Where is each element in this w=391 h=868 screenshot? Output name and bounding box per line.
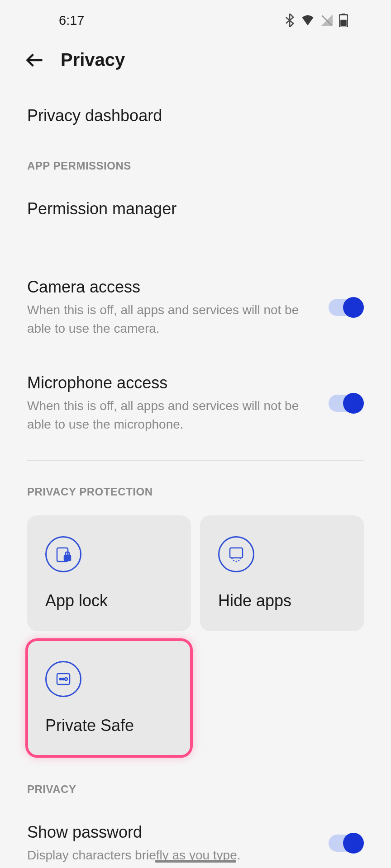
- permission-manager-title: Permission manager: [27, 198, 355, 220]
- card-grid: App lock Hide apps Private S: [27, 515, 364, 756]
- hide-apps-card[interactable]: Hide apps: [200, 515, 364, 631]
- camera-access-subtitle: When this is off, all apps and services …: [27, 301, 319, 338]
- section-app-permissions: APP PERMISSIONS: [27, 144, 364, 181]
- private-safe-card[interactable]: Private Safe: [27, 640, 191, 756]
- section-privacy-protection: PRIVACY PROTECTION: [27, 470, 364, 507]
- camera-access-title: Camera access: [27, 277, 319, 298]
- divider: [27, 460, 364, 461]
- camera-access-item[interactable]: Camera access When this is off, all apps…: [27, 259, 364, 355]
- page-title: Privacy: [61, 50, 125, 70]
- wifi-icon: [301, 15, 315, 26]
- signal-icon: [321, 14, 333, 26]
- private-safe-icon: [45, 661, 81, 697]
- svg-point-9: [60, 678, 62, 680]
- svg-rect-6: [64, 555, 71, 561]
- status-bar: 6:17: [0, 0, 391, 41]
- back-arrow-icon[interactable]: [25, 50, 45, 70]
- hide-apps-title: Hide apps: [218, 591, 346, 610]
- hide-apps-icon: [218, 536, 254, 572]
- privacy-dashboard-title: Privacy dashboard: [27, 105, 355, 127]
- microphone-access-toggle[interactable]: [329, 395, 364, 412]
- svg-rect-7: [230, 548, 243, 558]
- privacy-dashboard-item[interactable]: Privacy dashboard: [27, 88, 364, 144]
- home-indicator[interactable]: [155, 860, 236, 863]
- status-icons: [285, 14, 348, 27]
- svg-point-10: [62, 678, 64, 680]
- show-password-title: Show password: [27, 822, 319, 843]
- section-privacy: PRIVACY: [27, 756, 364, 805]
- camera-access-toggle[interactable]: [329, 299, 364, 316]
- battery-icon: [339, 14, 348, 27]
- app-lock-icon: [45, 536, 81, 572]
- status-time: 6:17: [59, 13, 84, 28]
- microphone-access-item[interactable]: Microphone access When this is off, all …: [27, 355, 364, 451]
- svg-rect-3: [340, 20, 347, 26]
- microphone-access-subtitle: When this is off, all apps and services …: [27, 397, 319, 434]
- show-password-item[interactable]: Show password Display characters briefly…: [27, 805, 364, 868]
- permission-manager-item[interactable]: Permission manager: [27, 181, 364, 237]
- bluetooth-icon: [285, 14, 295, 27]
- app-lock-title: App lock: [45, 591, 173, 610]
- microphone-access-title: Microphone access: [27, 373, 319, 394]
- svg-rect-2: [342, 14, 345, 15]
- app-lock-card[interactable]: App lock: [27, 515, 191, 631]
- private-safe-title: Private Safe: [45, 716, 173, 735]
- svg-point-11: [65, 678, 67, 680]
- header: Privacy: [0, 41, 391, 88]
- show-password-toggle[interactable]: [329, 835, 364, 852]
